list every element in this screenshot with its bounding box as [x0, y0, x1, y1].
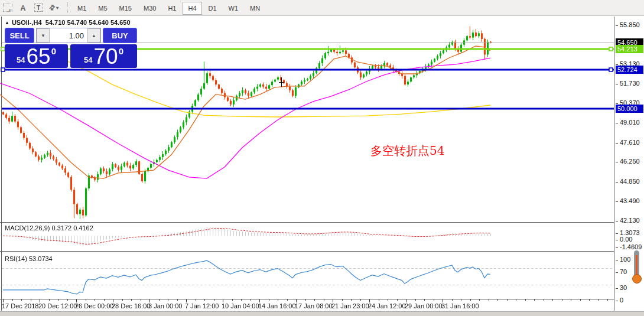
sell-price-small: 54 — [17, 56, 25, 64]
price-tick-label: 51.730 — [616, 80, 640, 87]
rsi-axis-label: 0 — [616, 297, 623, 304]
symbol-header: ▲USOil-,H4 54.710 54.740 54.640 54.650 — [5, 19, 131, 26]
rsi-axis-label: 70 — [616, 268, 627, 275]
buy-button[interactable]: BUY — [103, 28, 137, 43]
date-tick-label: 17 Dec 2018 — [2, 302, 38, 310]
sell-price-big: 65 — [26, 47, 50, 67]
price-tick-label: 46.250 — [616, 158, 640, 165]
timeframe-button-m1[interactable]: M1 — [72, 2, 92, 15]
line-tools-icon[interactable]: ⇅ ▾ — [47, 1, 61, 14]
price-tick-label: 42.130 — [616, 217, 640, 224]
date-tick-label: 14 Jan 16:00 — [258, 302, 296, 310]
date-tick-label: 7 Jan 12:00 — [185, 302, 219, 310]
timeframe-button-m5[interactable]: M5 — [93, 2, 112, 15]
macd-label: MACD(12,26,9) 0.3172 0.4162 — [5, 224, 93, 232]
date-tick-label: 21 Jan 23:00 — [331, 302, 369, 310]
rsi-axis-label: 30 — [616, 284, 627, 291]
price-tick-label: 47.610 — [616, 139, 640, 146]
chart-grid-icon[interactable]: F — [1, 1, 15, 14]
timeframe-button-mn[interactable]: MN — [245, 2, 265, 15]
date-tick-label: 3 Jan 00:00 — [148, 302, 183, 310]
sell-price-box[interactable]: 54 65 0 — [5, 44, 68, 68]
timeframe-button-d1[interactable]: D1 — [203, 2, 222, 15]
chart-annotation-text[interactable]: 多空转折点54 — [370, 143, 444, 159]
one-click-trading-panel: SELL ▼ ▲ BUY 54 65 0 54 70 0 — [5, 28, 137, 85]
volume-group: ▼ ▲ — [36, 28, 101, 43]
timeframe-button-h4[interactable]: H4 — [183, 2, 201, 15]
date-tick-label: 20 Dec 12:00 — [38, 302, 77, 310]
toolbar-separator — [67, 2, 68, 13]
price-tick-label: 55.850 — [616, 21, 640, 28]
chart-window: ▲USOil-,H4 54.710 54.740 54.640 54.650 S… — [0, 17, 644, 316]
text-box-icon[interactable]: T — [31, 1, 45, 14]
date-tick-label: 28 Dec 16:00 — [112, 302, 150, 310]
timeframe-button-h1[interactable]: H1 — [162, 2, 181, 15]
volume-increase-button[interactable]: ▲ — [87, 28, 100, 43]
trading-terminal: F A T ⇅ ▾ M1M5M15M30H1H4D1W1MN ▲USOil-,H… — [0, 0, 644, 316]
buy-price-small: 54 — [84, 56, 92, 64]
timeframe-button-m30[interactable]: M30 — [138, 2, 161, 15]
collapse-icon[interactable]: ▲ — [5, 20, 9, 25]
price-badge: 52.724 — [616, 66, 643, 74]
rsi-label: RSI(14) 53.0734 — [5, 255, 53, 262]
date-tick-label: 24 Jan 12:00 — [368, 302, 406, 310]
price-tick-label: 44.850 — [616, 178, 640, 185]
date-tick-label: 29 Jan 00:00 — [405, 302, 443, 310]
date-tick-label: 31 Jan 16:00 — [441, 302, 479, 310]
timeframe-button-m15[interactable]: M15 — [114, 2, 137, 15]
timeframe-bar: M1M5M15M30H1H4D1W1MN — [71, 2, 266, 13]
buy-price-sup: 0 — [119, 46, 123, 56]
rsi-value: 53.0734 — [29, 255, 53, 262]
text-label-icon[interactable]: A — [16, 1, 30, 14]
volume-input[interactable] — [50, 28, 87, 43]
date-tick-label: 17 Jan 08:00 — [295, 302, 333, 310]
date-tick-label: 26 Dec 00:00 — [75, 302, 113, 310]
symbol-name: USOil-,H4 — [12, 19, 42, 26]
time-axis[interactable]: 17 Dec 201820 Dec 12:0026 Dec 00:0028 De… — [0, 301, 614, 311]
toolbar: F A T ⇅ ▾ M1M5M15M30H1H4D1W1MN — [0, 0, 644, 16]
bottom-strip — [0, 311, 644, 316]
price-tick-label: 49.010 — [616, 119, 640, 126]
thermometer-icon — [631, 250, 643, 287]
buy-price-big: 70 — [93, 47, 118, 67]
macd-axis-label: 0.00 — [616, 236, 632, 243]
symbol-ohlc: 54.710 54.740 54.640 54.650 — [45, 19, 131, 26]
price-badge: 50.000 — [616, 105, 643, 113]
timeframe-button-w1[interactable]: W1 — [223, 2, 244, 15]
macd-values: 0.3172 0.4162 — [51, 224, 93, 232]
price-badge: 54.213 — [616, 45, 643, 53]
sell-price-sup: 0 — [51, 46, 56, 56]
price-tick-label: 43.490 — [616, 197, 640, 204]
sell-button[interactable]: SELL — [5, 28, 34, 43]
rsi-axis-label: 100 — [616, 256, 630, 263]
volume-decrease-button[interactable]: ▼ — [37, 28, 50, 43]
date-tick-label: 10 Jan 04:00 — [222, 302, 259, 310]
macd-axis-label: -1.4609 — [616, 243, 642, 250]
buy-price-box[interactable]: 54 70 0 — [70, 44, 137, 68]
